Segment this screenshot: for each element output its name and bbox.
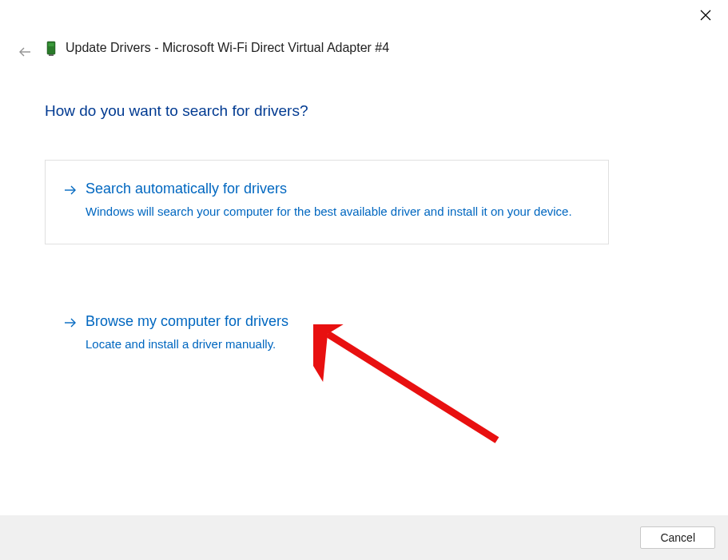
cancel-button[interactable]: Cancel — [640, 526, 715, 549]
footer-bar: Cancel — [0, 515, 728, 560]
option-title: Browse my computer for drivers — [86, 312, 591, 331]
back-arrow-icon — [18, 48, 32, 62]
close-button[interactable] — [696, 6, 715, 26]
arrow-right-icon — [63, 180, 78, 201]
svg-rect-4 — [49, 43, 54, 46]
close-icon — [700, 8, 711, 25]
option-title: Search automatically for drivers — [86, 180, 591, 198]
back-button[interactable] — [18, 45, 32, 62]
option-description: Windows will search your computer for th… — [86, 203, 591, 221]
header-row: Update Drivers - Microsoft Wi-Fi Direct … — [45, 38, 389, 58]
main-heading: How do you want to search for drivers? — [45, 102, 308, 120]
arrow-right-icon — [63, 312, 78, 333]
device-icon — [45, 38, 58, 58]
option-browse-my-computer[interactable]: Browse my computer for drivers Locate an… — [45, 302, 609, 367]
svg-rect-5 — [49, 54, 54, 56]
option-search-automatically[interactable]: Search automatically for drivers Windows… — [45, 160, 609, 244]
option-description: Locate and install a driver manually. — [86, 336, 591, 354]
window-title: Update Drivers - Microsoft Wi-Fi Direct … — [66, 41, 389, 55]
